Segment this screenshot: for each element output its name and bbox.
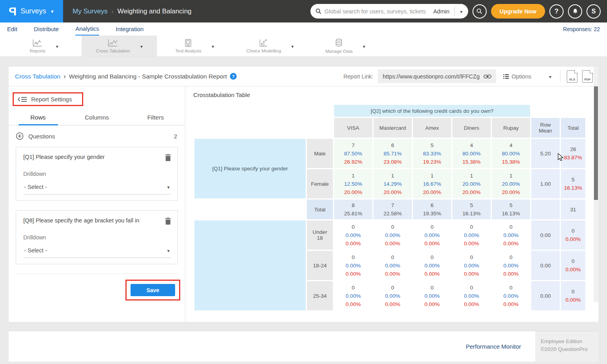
questions-header: Questions 2 (9, 125, 185, 146)
performance-monitor-link[interactable]: Performance Monitor (466, 343, 521, 350)
chevron-down-icon (291, 43, 294, 50)
tool-reports[interactable]: Reports (6, 35, 82, 56)
report-settings-toggle[interactable]: Report Settings (31, 96, 72, 103)
search-scope-dropdown[interactable] (455, 8, 468, 15)
survey-nav: Edit Distribute Analytics Integration Re… (0, 22, 607, 35)
edition-label: Employee Edition (541, 338, 598, 345)
analytics-toolbar: Reports Cross-Tabulation Text Analysis C… (0, 35, 607, 57)
search-icon (316, 8, 321, 14)
options-button[interactable]: Options (501, 73, 554, 80)
crosstab-cell: 00.00%0.00% (413, 220, 451, 250)
save-button[interactable]: Save (131, 284, 175, 296)
crosstab-area: Crosstabulation Table [Q2] which of the … (185, 86, 598, 321)
search-submit-button[interactable] (473, 4, 487, 19)
questions-count: 2 (174, 133, 177, 140)
export-xls-button[interactable]: XLS (567, 70, 577, 83)
spacer-cell (194, 105, 333, 117)
tool-cross-tabulation[interactable]: Cross-Tabulation (82, 35, 157, 56)
tool-text-analysis[interactable]: Text Analysis (157, 35, 232, 56)
row-label: Under18 (307, 220, 333, 250)
crosstab-cell: 120.00%20.00% (492, 169, 530, 198)
row-total-cell: 00.00% (561, 281, 585, 310)
crosstab-cell: 00.00%0.00% (452, 220, 491, 250)
surveys-menu[interactable]: P Surveys ▼ (0, 0, 63, 22)
nav-distribute[interactable]: Distribute (34, 22, 59, 35)
crosstab-title: Crosstabulation Table (193, 91, 588, 98)
total-header: Total (561, 118, 585, 138)
delete-question-icon[interactable] (165, 217, 171, 225)
options-label: Options (512, 73, 531, 80)
crosstab-cell: 787.50%26.92% (334, 139, 372, 168)
help-button[interactable] (549, 4, 564, 19)
row-label: 25-34 (307, 281, 333, 310)
nav-integration[interactable]: Integration (116, 22, 144, 35)
delete-question-icon[interactable] (165, 154, 171, 161)
report-content: Cross Tabulation Weighting and Balancing… (9, 67, 598, 322)
chevron-down-icon: ▼ (50, 9, 54, 14)
crosstab-cell: 480.00%15.38% (452, 139, 491, 168)
tool-manage-data[interactable]: Manage Data (308, 35, 383, 56)
global-search[interactable]: Admin (310, 4, 468, 19)
row-label: 18-24 (307, 251, 333, 280)
total-row-cell: 619.35% (413, 200, 451, 219)
cross-tabulation-link[interactable]: Cross Tabulation (15, 73, 60, 80)
crosstab-cell: 00.00%0.00% (334, 251, 372, 280)
tool-label: Choice Modelling (246, 49, 281, 53)
tool-choice-modelling[interactable]: Choice Modelling (232, 35, 308, 56)
total-row-label: Total (307, 200, 333, 219)
crosstab-cell: 00.00%0.00% (452, 281, 491, 310)
row-total-cell: 516.13% (561, 169, 585, 198)
bell-icon (572, 8, 579, 15)
table-row: VISAMastercardAmexDinersRupayRowMeanTota… (194, 118, 585, 138)
crosstab-cell: 00.00%0.00% (374, 251, 412, 280)
drilldown-select[interactable]: - Select - (23, 183, 171, 194)
drilldown-label: Drilldown (23, 234, 171, 241)
chevron-down-icon (363, 43, 365, 50)
report-url[interactable]: https://www.questionpro.com/t/lFFCZg (383, 73, 480, 80)
question-group-label (194, 220, 306, 310)
report-help-icon[interactable] (230, 73, 237, 80)
upgrade-now-button[interactable]: Upgrade Now (491, 4, 545, 19)
add-question-icon[interactable] (16, 132, 24, 140)
row-mean-cell: 0.00 (531, 281, 560, 310)
tab-filters[interactable]: Filters (126, 114, 185, 125)
crosstab-cell: 00.00%0.00% (374, 281, 412, 310)
report-header-bar: Cross Tabulation Weighting and Balancing… (9, 67, 598, 86)
column-header: Amex (413, 118, 451, 138)
row-total-cell: 00.00% (561, 251, 585, 280)
scrollbar-thumb[interactable] (594, 86, 598, 200)
breadcrumb-separator-icon: › (112, 8, 114, 15)
vertical-scrollbar[interactable] (594, 67, 598, 302)
row-mean-cell: 1.00 (531, 169, 560, 198)
notifications-button[interactable] (568, 4, 582, 19)
tab-columns[interactable]: Columns (67, 114, 126, 125)
crosstab-cell: 00.00%0.00% (452, 251, 491, 280)
crosstab-cell: 120.00%20.00% (452, 169, 491, 198)
row-mean-cell (531, 200, 560, 219)
nav-edit[interactable]: Edit (7, 22, 17, 35)
tab-rows[interactable]: Rows (9, 114, 67, 125)
responses-count: Responses: 22 (563, 26, 600, 32)
question-text: [Q1] Please specify your gender (23, 154, 165, 160)
report-url-box[interactable]: https://www.questionpro.com/t/lFFCZg (378, 69, 496, 83)
total-row-cell: 516.13% (492, 200, 530, 219)
crosstab-table: [Q2] which of the following credit cards… (193, 104, 586, 312)
breadcrumb: My Surveys › Weighting and Balancing (63, 7, 192, 15)
drilldown-select[interactable]: - Select - (23, 247, 171, 258)
nav-analytics[interactable]: Analytics (75, 22, 99, 35)
crosstab-cell: 480.00%15.38% (492, 139, 530, 168)
crosstab-cell: 00.00%0.00% (413, 281, 451, 310)
drilldown-label: Drilldown (23, 171, 171, 177)
report-link-label: Report Link: (344, 73, 373, 80)
avatar[interactable]: S (586, 4, 601, 19)
chevron-down-icon (212, 43, 214, 50)
table-row: [Q2] which of the following credit cards… (194, 105, 585, 117)
crosstab-cell: 00.00%0.00% (413, 251, 451, 280)
table-row: Total825.81%722.58%619.35%516.13%516.13%… (194, 200, 585, 219)
copyright-label: ©2020 QuestionPro (541, 345, 598, 353)
search-input[interactable] (325, 8, 429, 15)
breadcrumb-my-surveys[interactable]: My Surveys (73, 7, 108, 15)
export-pdf-button[interactable]: PDF (582, 70, 593, 83)
edition-info: Employee Edition ©2020 QuestionPro (535, 331, 598, 362)
collapse-panel-icon[interactable] (18, 96, 27, 103)
